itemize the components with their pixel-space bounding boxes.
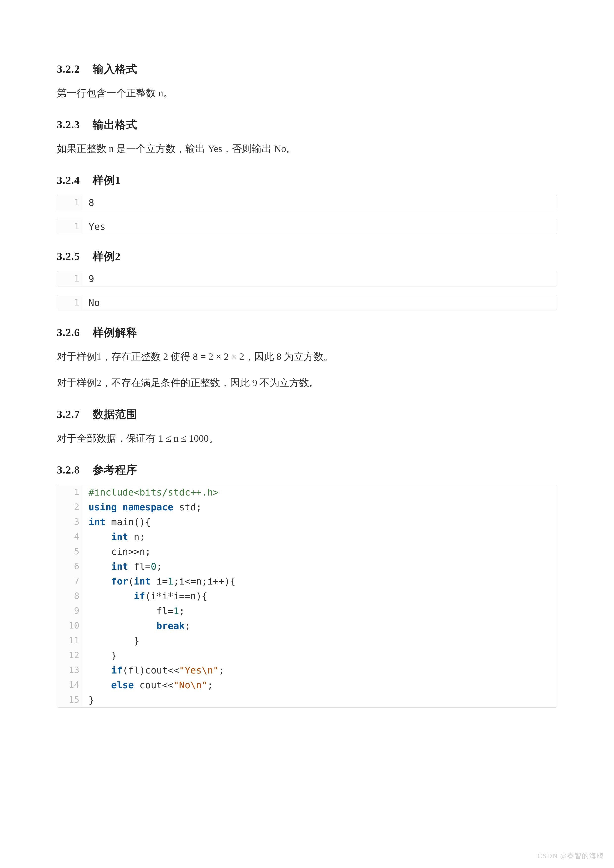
sample1-input: 8 [83, 195, 99, 210]
code-line: 9 fl=1; [57, 603, 557, 618]
keyword-token: int [111, 532, 128, 542]
code-line: 7 for(int i=1;i<=n;i++){ [57, 574, 557, 589]
line-number: 7 [57, 574, 83, 589]
heading-3-2-5: 3.2.5 样例2 [57, 249, 557, 264]
code-line: 15 } [57, 693, 557, 707]
code-token: ; [179, 606, 185, 616]
code: break; [83, 618, 196, 633]
paragraph-data-range: 对于全部数据，保证有 1 ≤ n ≤ 1000。 [57, 429, 557, 448]
code-line: 14 else cout<<"No\n"; [57, 678, 557, 693]
code-token: ; [185, 620, 190, 631]
line-number: 11 [57, 633, 83, 648]
heading-3-2-4: 3.2.4 样例1 [57, 173, 557, 188]
line-number: 8 [57, 589, 83, 603]
code-token: std; [173, 502, 202, 513]
paragraph-input-format: 第一行包含一个正整数 n。 [57, 84, 557, 102]
string-token: "No\n" [173, 680, 207, 691]
code-token: } [134, 635, 140, 646]
heading-title: 样例2 [93, 250, 121, 262]
code-token: ;i<=n;i++){ [173, 576, 236, 587]
line-number: 14 [57, 678, 83, 693]
sample1-input-box: 1 8 [57, 195, 557, 210]
code: for(int i=1;i<=n;i++){ [83, 574, 241, 589]
heading-3-2-8: 3.2.8 参考程序 [57, 463, 557, 477]
ws [89, 591, 134, 601]
ws [89, 680, 111, 691]
line-number: 1 [57, 195, 83, 210]
heading-title: 参考程序 [93, 464, 137, 476]
sample2-output-box: 1 No [57, 295, 557, 310]
sample2-output: No [83, 295, 105, 310]
code-token: cout<< [134, 680, 173, 691]
code-token: ; [207, 680, 213, 691]
paragraph-expl-2: 对于样例2，不存在满足条件的正整数，因此 9 不为立方数。 [57, 374, 557, 392]
heading-3-2-6: 3.2.6 样例解释 [57, 325, 557, 340]
code-line: 6 int fl=0; [57, 559, 557, 574]
code-line: 5 cin>>n; [57, 544, 557, 559]
heading-3-2-2: 3.2.2 输入格式 [57, 62, 557, 76]
paragraph-output-format: 如果正整数 n 是一个立方数，输出 Yes，否则输出 No。 [57, 140, 557, 158]
code-token: ; [219, 665, 224, 676]
ws [89, 606, 157, 616]
code: using namespace std; [83, 500, 207, 515]
code-token: } [111, 650, 117, 661]
preprocessor-token: #include<bits/stdc++.h> [89, 487, 219, 498]
code: int fl=0; [83, 559, 168, 574]
watermark-text: CSDN @睿智的海鸥 [538, 851, 604, 860]
keyword-token: namespace [117, 502, 173, 513]
code-line: 13 if(fl)cout<<"Yes\n"; [57, 663, 557, 678]
line-number: 4 [57, 529, 83, 544]
line-number: 13 [57, 663, 83, 678]
number-token: 1 [168, 576, 173, 587]
code-line: 4 int n; [57, 529, 557, 544]
code: if(fl)cout<<"Yes\n"; [83, 663, 230, 678]
line-number: 3 [57, 515, 83, 529]
sample1-output: Yes [83, 219, 111, 234]
ws [89, 532, 111, 542]
paragraph-expl-1: 对于样例1，存在正整数 2 使得 8 = 2 × 2 × 2，因此 8 为立方数… [57, 347, 557, 366]
code-token: ; [157, 561, 162, 572]
heading-title: 样例1 [93, 174, 121, 186]
reference-program-box: 1 #include<bits/stdc++.h> 2 using namesp… [57, 485, 557, 708]
code-line: 10 break; [57, 618, 557, 633]
line-number: 1 [57, 485, 83, 500]
heading-3-2-3: 3.2.3 输出格式 [57, 118, 557, 132]
sample1-output-box: 1 Yes [57, 219, 557, 234]
heading-number: 3.2.3 [57, 119, 80, 131]
code: if(i*i*i==n){ [83, 589, 213, 603]
code-line: 3 int main(){ [57, 515, 557, 529]
heading-number: 3.2.6 [57, 327, 80, 339]
code-line: 1 #include<bits/stdc++.h> [57, 485, 557, 500]
string-token: "Yes\n" [179, 665, 219, 676]
heading-title: 输入格式 [93, 63, 137, 75]
line-number: 6 [57, 559, 83, 574]
line-number: 1 [57, 271, 83, 286]
keyword-token: if [134, 591, 145, 601]
line-number: 12 [57, 648, 83, 663]
sample-line: 1 8 [57, 195, 557, 210]
code-token: fl= [128, 561, 151, 572]
line-number: 2 [57, 500, 83, 515]
code-token: fl= [157, 606, 174, 616]
keyword-token: using [89, 502, 117, 513]
keyword-token: break [157, 620, 185, 631]
line-number: 1 [57, 219, 83, 234]
sample2-input: 9 [83, 271, 99, 286]
code: } [83, 633, 145, 648]
code-token: ( [128, 576, 134, 587]
code-line: 2 using namespace std; [57, 500, 557, 515]
line-number: 5 [57, 544, 83, 559]
ws [89, 546, 111, 557]
code-token: (i*i*i==n){ [145, 591, 207, 601]
code: } [83, 648, 122, 663]
heading-number: 3.2.8 [57, 464, 80, 476]
code-token: i= [151, 576, 168, 587]
ws [89, 561, 111, 572]
code: else cout<<"No\n"; [83, 678, 218, 693]
sample-line: 1 Yes [57, 219, 557, 234]
ws [89, 576, 111, 587]
code: fl=1; [83, 603, 190, 618]
ws [89, 635, 134, 646]
heading-number: 3.2.7 [57, 408, 80, 420]
line-number: 15 [57, 693, 83, 707]
